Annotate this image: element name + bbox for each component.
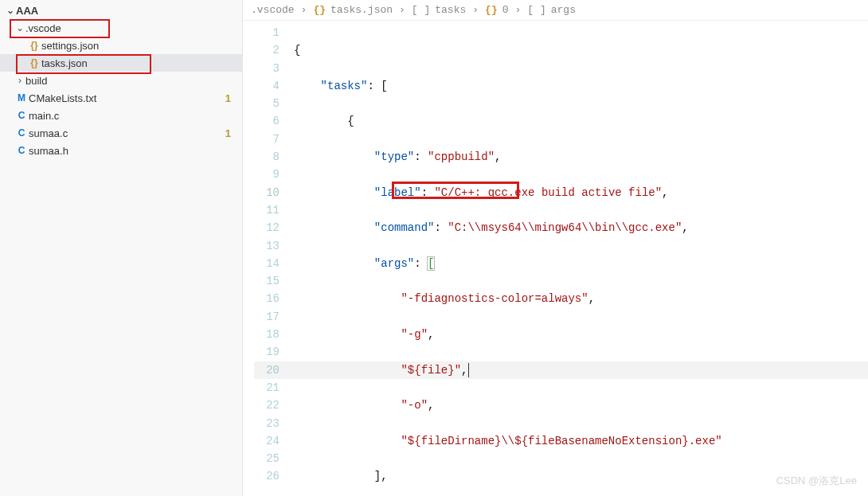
problem-badge: 1 [225,127,231,139]
file-label: tasks.json [41,57,88,69]
code-token: "-g" [401,328,428,341]
json-icon: {} [27,40,41,51]
folder-label: build [25,75,47,87]
code-token: ], [374,470,388,482]
code-area[interactable]: 1234 5678 91011 12131415 16171819 202122… [243,21,868,496]
tree-file-cmakelists[interactable]: M CMakeLists.txt 1 [0,89,242,107]
chevron-down-icon: ⌄ [14,22,25,33]
code-token: , [428,328,434,341]
array-icon: [ ] [527,4,545,16]
code-token: : [414,150,428,163]
json-icon: {} [485,4,498,16]
cmake-icon: M [14,92,29,103]
tree-file-sumaa-c[interactable]: C sumaa.c 1 [0,124,242,142]
code-token: "C/C++: gcc.exe build active file" [434,186,662,199]
c-file-icon: C [14,110,29,121]
tree-file-settings-json[interactable]: {} settings.json [0,37,242,54]
folder-label: .vscode [25,22,61,34]
editor-pane: .vscode {} tasks.json [ ] tasks {} 0 [ ]… [243,0,868,496]
file-label: CMakeLists.txt [29,92,96,104]
breadcrumb-item[interactable]: tasks.json [330,4,393,16]
code-token: { [294,44,300,57]
folder-name: AAA [16,5,38,17]
watermark: CSDN @洛克Lee [776,474,857,488]
json-icon: {} [313,4,326,16]
code-token: "type" [374,150,414,163]
code-token: { [347,115,354,127]
chevron-right-icon [299,4,309,16]
code-token: "args" [374,257,414,270]
file-label: settings.json [41,40,99,52]
code-token: , [461,364,467,377]
code-token: "${file}" [401,364,461,377]
code-token: , [495,150,501,163]
chevron-right-icon [397,4,407,16]
code-token: "command" [374,221,435,234]
code-token: , [682,221,688,234]
tree-folder-build[interactable]: › build [0,72,242,89]
code-token: "tasks" [321,80,368,92]
c-file-icon: C [14,127,29,139]
code-token: : [434,221,448,234]
code-token: "C:\\msys64\\mingw64\\bin\\gcc.exe" [448,221,682,234]
code-token: : [ [367,80,387,92]
code-token: "label" [374,186,421,199]
code-token: : [421,186,435,199]
code-token: , [428,399,434,412]
tree-file-main-c[interactable]: C main.c [0,107,242,124]
code-token: "-fdiagnostics-color=always" [401,292,588,305]
problem-badge: 1 [225,92,231,104]
tree-file-sumaa-h[interactable]: C sumaa.h [0,142,242,159]
code-token: "cppbuild" [428,150,495,163]
explorer-root[interactable]: ⌄ AAA [0,2,242,19]
array-icon: [ ] [412,4,430,16]
tree-file-tasks-json[interactable]: {} tasks.json [0,54,242,72]
file-label: main.c [29,110,59,122]
breadcrumb-item[interactable]: .vscode [251,4,295,16]
file-label: sumaa.c [29,127,68,139]
explorer-sidebar: ⌄ AAA ⌄ .vscode {} settings.json {} task… [0,0,243,496]
json-icon: {} [27,57,41,68]
line-number-gutter: 1234 5678 91011 12131415 16171819 202122… [243,21,294,496]
code-token: "-o" [401,399,428,412]
chevron-right-icon [471,4,480,16]
breadcrumb-item[interactable]: args [551,4,576,16]
chevron-right-icon [514,4,523,16]
file-label: sumaa.h [29,145,68,157]
code-token: "${fileDirname}\\${fileBasenameNoExtensi… [401,435,721,447]
chevron-right-icon: › [14,75,25,86]
breadcrumb-item[interactable]: 0 [502,4,509,16]
tree-folder-vscode[interactable]: ⌄ .vscode [0,19,242,37]
code-token: : [414,257,428,270]
breadcrumb[interactable]: .vscode {} tasks.json [ ] tasks {} 0 [ ]… [243,0,868,21]
code-token: , [662,186,668,199]
code-token: [ [428,257,434,270]
code-content[interactable]: { "tasks": [ { "type": "cppbuild", "labe… [294,21,868,496]
chevron-down-icon: ⌄ [5,5,16,16]
code-token: , [588,292,595,305]
text-cursor [468,363,469,377]
c-file-icon: C [14,145,29,156]
breadcrumb-item[interactable]: tasks [435,4,466,16]
